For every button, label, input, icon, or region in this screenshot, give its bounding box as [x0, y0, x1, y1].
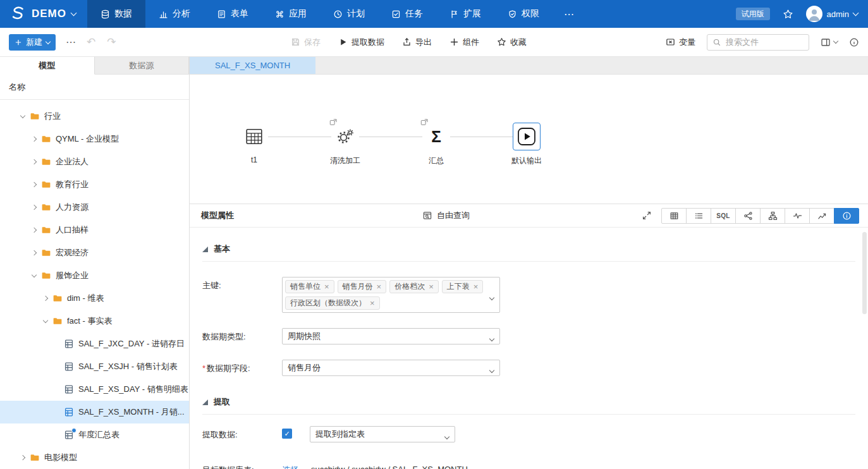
chevron-right-icon[interactable]	[29, 202, 39, 212]
nav-item-tasks[interactable]: 任务	[378, 0, 436, 28]
tree-folder-item[interactable]: 行业	[0, 105, 189, 128]
top-navigation: 数据分析表单应用计划任务扩展权限	[87, 0, 553, 28]
primary-key-multiselect[interactable]: 销售单位×销售月份×价格档次×上下装×行政区划（数据级次）×	[282, 277, 500, 313]
nav-item-data[interactable]: 数据	[87, 0, 145, 28]
folder-icon-wrap	[41, 202, 51, 212]
flow-view-button[interactable]	[735, 208, 761, 224]
sql-view-button[interactable]: SQL	[711, 208, 736, 224]
tree-folder-item[interactable]: QYML - 企业模型	[0, 128, 189, 150]
table-icon-wrap	[64, 407, 74, 417]
nav-item-analysis[interactable]: 分析	[145, 0, 204, 28]
tree-folder-item[interactable]: 人力资源	[0, 196, 189, 219]
trend-view-button[interactable]	[809, 208, 834, 224]
save-button[interactable]: 保存	[291, 37, 321, 48]
period-type-select[interactable]: 周期快照	[282, 328, 500, 344]
add-component-button[interactable]: 组件	[449, 37, 479, 48]
search-icon	[712, 38, 721, 47]
flow-node-default-output[interactable]: 默认输出	[511, 123, 542, 166]
chevron-right-icon[interactable]	[40, 293, 51, 303]
properties-form: 基本 主键: 销售单位×销售月份×价格档次×上下装×行政区划（数据级次）× 数据…	[190, 228, 868, 469]
table-view-button[interactable]	[661, 208, 687, 224]
tab-model[interactable]: 模型	[0, 57, 95, 75]
new-button[interactable]: 新建	[9, 34, 56, 51]
chevron-right-icon[interactable]	[29, 157, 39, 167]
nav-item-plan[interactable]: 计划	[320, 0, 378, 28]
favorite-star-icon[interactable]	[783, 9, 793, 20]
flow-node-t1[interactable]: t1	[240, 123, 268, 164]
variable-button[interactable]: 变量	[666, 37, 695, 48]
list-view-button[interactable]	[686, 208, 711, 224]
tree-table-item[interactable]: SAL_F_XSJH - 销售计划表	[0, 355, 189, 378]
er-view-button[interactable]	[760, 208, 785, 224]
shield-icon	[508, 9, 517, 19]
tag-remove-icon[interactable]: ×	[474, 283, 479, 291]
info-view-button[interactable]	[834, 208, 859, 224]
nav-item-permissions[interactable]: 权限	[494, 0, 553, 28]
redo-button[interactable]: ↷	[107, 35, 116, 49]
tree-table-item[interactable]: SAL_F_JXC_DAY - 进销存日	[0, 332, 189, 355]
trend-icon	[817, 211, 827, 221]
divider	[202, 414, 855, 415]
extract-checkbox[interactable]: ✓	[282, 429, 292, 439]
extract-mode-select[interactable]: 提取到指定表	[310, 426, 455, 442]
flow-node-clean[interactable]: 清洗加工	[330, 123, 360, 166]
tree-folder-item[interactable]: dim - 维表	[0, 287, 189, 310]
user-menu[interactable]: admin	[806, 6, 858, 22]
tab-datasource[interactable]: 数据源	[95, 57, 190, 74]
pulse-view-button[interactable]	[785, 208, 810, 224]
tree-folder-item[interactable]: 电影模型	[0, 446, 189, 469]
free-query-button[interactable]: 自由查询	[422, 210, 470, 221]
nav-more-button[interactable]: ⋯	[553, 8, 585, 20]
chart-icon	[159, 9, 168, 19]
tree-folder-item[interactable]: 企业法人	[0, 150, 189, 173]
new-button-label: 新建	[26, 37, 42, 48]
flow-canvas[interactable]: t1清洗加工Σ汇总默认输出	[190, 75, 868, 204]
search-input[interactable]	[726, 37, 804, 47]
nav-item-forms[interactable]: 表单	[204, 0, 262, 28]
tree-folder-item[interactable]: 人口抽样	[0, 219, 189, 241]
extract-data-button[interactable]: 提取数据	[338, 37, 384, 48]
scrollbar-thumb[interactable]	[862, 232, 867, 314]
flow-node-aggregate[interactable]: Σ汇总	[422, 123, 450, 166]
chevron-right-icon[interactable]	[29, 180, 39, 190]
chevron-right-icon[interactable]	[29, 225, 39, 235]
tree-folder-item[interactable]: 服饰企业	[0, 264, 189, 287]
section-basic[interactable]: 基本	[202, 243, 855, 255]
chevron-down-icon[interactable]	[40, 316, 51, 326]
section-triangle-icon	[202, 399, 208, 405]
nav-item-extensions[interactable]: 扩展	[436, 0, 494, 28]
undo-button[interactable]: ↶	[87, 35, 95, 49]
chevron-down-icon[interactable]	[18, 111, 28, 121]
tag-remove-icon[interactable]: ×	[324, 283, 329, 291]
layout-toggle-button[interactable]	[821, 37, 838, 47]
pulse-icon	[793, 211, 802, 221]
nav-item-label: 数据	[114, 8, 132, 20]
chevron-right-icon[interactable]	[29, 248, 39, 258]
tree-folder-item[interactable]: fact - 事实表	[0, 310, 189, 332]
section-extract[interactable]: 提取	[202, 396, 855, 408]
favorite-button[interactable]: 收藏	[497, 37, 527, 48]
app-logo[interactable]: DEMO	[0, 0, 87, 28]
select-link[interactable]: 选择	[282, 461, 298, 469]
period-field-select[interactable]: 销售月份	[282, 360, 500, 376]
tree-folder-item[interactable]: 宏观经济	[0, 241, 189, 264]
chevron-right-icon[interactable]	[18, 453, 28, 463]
nav-item-apps[interactable]: 应用	[262, 0, 320, 28]
doc-tab-active[interactable]: SAL_F_XS_MONTH	[190, 57, 315, 74]
nav-item-label: 计划	[347, 8, 365, 20]
tag-remove-icon[interactable]: ×	[377, 283, 382, 291]
expand-panel-button[interactable]	[642, 210, 652, 221]
tree-indent	[52, 339, 62, 349]
tree-table-item[interactable]: SAL_F_XS_DAY - 销售明细表	[0, 378, 189, 401]
toolbar-more-button[interactable]: ⋯	[66, 36, 76, 48]
chevron-down-icon[interactable]	[29, 271, 39, 281]
tag-remove-icon[interactable]: ×	[429, 283, 434, 291]
history-buttons: ↶ ↷	[87, 35, 116, 49]
tree-folder-item[interactable]: 教育行业	[0, 173, 189, 196]
chevron-right-icon[interactable]	[29, 134, 39, 144]
tree-table-item[interactable]: SAL_F_XS_MONTH - 月销...	[0, 401, 189, 423]
tree-table-item[interactable]: 年度汇总表	[0, 423, 189, 446]
export-button[interactable]: 导出	[402, 37, 432, 48]
info-button-icon[interactable]	[849, 37, 859, 47]
tag-remove-icon[interactable]: ×	[370, 299, 375, 307]
